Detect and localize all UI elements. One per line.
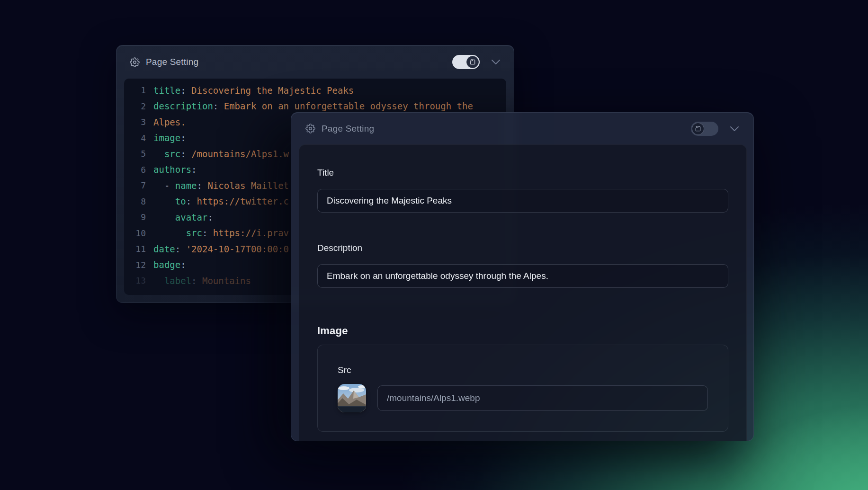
code-text: - name: Nicolas Maillet (153, 180, 289, 191)
chevron-down-icon[interactable] (730, 126, 739, 132)
code-view-toggle[interactable] (691, 122, 718, 136)
gear-icon (305, 124, 315, 134)
spacer (317, 288, 728, 325)
image-card: Src (317, 345, 728, 432)
code-text: to: https://twitter.c (153, 196, 289, 206)
line-number: 9 (131, 212, 146, 222)
code-line[interactable]: 2description: Embark on an unforgettable… (131, 98, 506, 115)
panel-title: Page Setting (322, 124, 374, 134)
line-number: 13 (131, 276, 146, 285)
code-text: date: '2024-10-17T00:00:0 (153, 244, 289, 254)
description-label: Description (317, 243, 728, 253)
image-section-heading: Image (317, 325, 728, 337)
mountain-photo-thumbnail (338, 384, 366, 412)
panel-title: Page Setting (146, 57, 198, 67)
description-input[interactable] (317, 264, 728, 288)
code-text: src: https://i.prav (153, 228, 289, 238)
title-input[interactable] (317, 189, 728, 213)
line-number: 2 (131, 101, 146, 111)
toggle-knob (692, 123, 704, 135)
form-card: Title Description Image Src (299, 144, 747, 441)
src-label: Src (338, 365, 708, 375)
line-number: 6 (131, 165, 146, 175)
image-src-input[interactable] (377, 385, 708, 411)
src-row (338, 384, 708, 412)
title-label: Title (317, 168, 728, 178)
line-number: 1 (131, 85, 146, 95)
code-panel-header: Page Setting (116, 45, 514, 79)
code-text: title: Discovering the Majestic Peaks (153, 85, 354, 96)
form-settings-panel: Page Setting Title Description Image (291, 112, 754, 441)
code-text: Alpes. (153, 117, 186, 127)
desktop-background: Page Setting 1title: Discovering the Maj… (0, 0, 868, 490)
code-text: image: (153, 133, 186, 143)
code-text: label: Mountains (153, 276, 251, 286)
code-view-toggle[interactable] (452, 55, 480, 69)
line-number: 12 (131, 260, 146, 270)
chevron-down-icon[interactable] (491, 59, 501, 65)
form-panel-header: Page Setting (291, 113, 753, 144)
toggle-knob (466, 56, 479, 68)
line-number: 10 (131, 228, 146, 238)
code-line[interactable]: 1title: Discovering the Majestic Peaks (131, 82, 506, 98)
spacer (317, 213, 728, 243)
line-number: 4 (131, 133, 146, 143)
code-square-icon (695, 125, 701, 132)
code-text: authors: (153, 164, 197, 175)
code-text: src: /mountains/Alps1.w (153, 149, 289, 159)
line-number: 7 (131, 180, 146, 190)
line-number: 5 (131, 149, 146, 159)
line-number: 11 (131, 244, 146, 254)
gear-icon (130, 57, 140, 67)
line-number: 8 (131, 196, 146, 206)
code-square-icon (469, 59, 476, 65)
code-text: avatar: (153, 212, 213, 223)
line-number: 3 (131, 117, 146, 127)
code-text: badge: (153, 259, 186, 270)
code-text: description: Embark on an unforgettable … (153, 101, 473, 111)
